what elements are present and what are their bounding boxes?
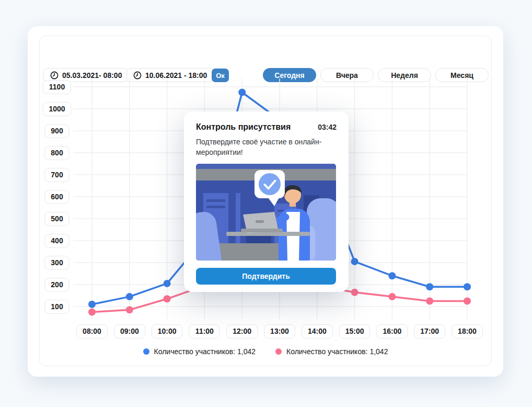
y-tick-label: 500 <box>44 212 69 226</box>
y-tick-label: 600 <box>44 190 69 204</box>
filter-button-3[interactable]: Месяц <box>435 68 489 82</box>
y-tick-label: 400 <box>44 234 69 248</box>
dashboard-card: 05.03.2021- 08:00 10.06.2021 - 18:00 Ок … <box>28 26 503 377</box>
clock-icon <box>133 71 142 80</box>
y-tick-label: 1100 <box>43 80 71 94</box>
x-tick-label: 09:00 <box>114 324 145 338</box>
x-tick-label: 18:00 <box>452 324 483 338</box>
webinar-illustration <box>196 164 336 261</box>
legend-item-1: Количество участников: 1,042 <box>275 347 388 356</box>
countdown-timer: 03:42 <box>318 123 337 131</box>
x-tick-label: 12:00 <box>226 324 258 338</box>
legend-dot-icon <box>143 348 149 355</box>
y-tick-label: 100 <box>44 300 69 314</box>
y-tick-label: 300 <box>44 256 69 270</box>
filter-button-0[interactable]: Сегодня <box>263 68 316 82</box>
legend-dot-icon <box>275 348 282 355</box>
legend-label: Количество участников: 1,042 <box>286 347 388 356</box>
date-range-end-input[interactable]: 10.06.2021 - 18:00 <box>126 68 214 82</box>
chart-legend: Количество участников: 1,042Количество у… <box>28 347 503 356</box>
checkmark-icon <box>259 173 281 195</box>
x-tick-label: 14:00 <box>302 324 333 338</box>
y-tick-label: 200 <box>44 278 69 292</box>
confirm-button[interactable]: Подтвердить <box>196 268 336 285</box>
modal-message: Подтвердите своё участие в онлайн-меропр… <box>196 137 327 158</box>
x-tick-label: 13:00 <box>264 324 295 338</box>
y-tick-label: 700 <box>44 168 69 182</box>
y-tick-label: 900 <box>44 124 69 138</box>
legend-label: Количество участников: 1,042 <box>154 347 256 356</box>
y-tick-label: 1000 <box>42 102 71 116</box>
date-range-end-value: 10.06.2021 - 18:00 <box>145 71 207 80</box>
x-tick-label: 17:00 <box>414 324 445 338</box>
filter-button-2[interactable]: Неделя <box>378 68 431 82</box>
person-at-laptop-illustration <box>196 164 336 261</box>
date-range-start-value: 05.03.2021- 08:00 <box>62 71 122 80</box>
ok-button[interactable]: Ок <box>212 69 229 82</box>
legend-item-0: Количество участников: 1,042 <box>143 347 256 356</box>
x-tick-label: 08:00 <box>76 324 108 338</box>
modal-header: Контроль присутствия 03:42 <box>196 122 337 132</box>
x-tick-label: 11:00 <box>189 324 220 338</box>
x-tick-label: 10:00 <box>152 324 183 338</box>
modal-title: Контроль присутствия <box>196 122 291 132</box>
attendance-check-modal: Контроль присутствия 03:42 Подтвердите с… <box>184 111 349 292</box>
clock-icon <box>50 71 59 80</box>
x-tick-label: 16:00 <box>376 324 408 338</box>
period-filter-group: СегодняВчераНеделяМесяц <box>263 68 489 82</box>
filter-button-1[interactable]: Вчера <box>320 68 374 82</box>
x-tick-label: 15:00 <box>339 324 371 338</box>
y-tick-label: 800 <box>44 146 69 160</box>
